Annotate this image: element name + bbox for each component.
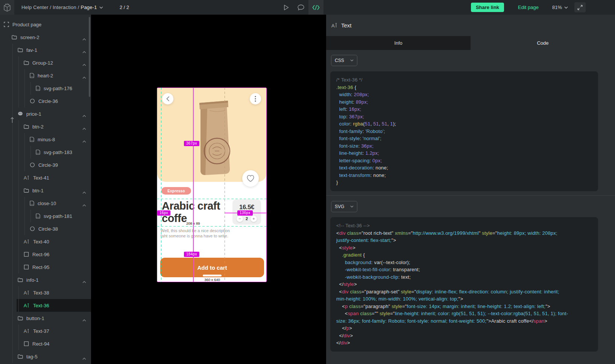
layer-item-tag-5[interactable]: tag-5 <box>0 350 91 363</box>
layer-label: Group-12 <box>32 60 53 66</box>
layer-item-circle-36[interactable]: Circle-36 <box>0 95 91 107</box>
measure-label-left: 16px <box>157 210 170 216</box>
chevron-down-icon <box>350 205 354 208</box>
guide-dashed-left <box>161 88 161 282</box>
layer-label: Text-36 <box>33 303 49 308</box>
category-tag[interactable]: Expresso <box>161 187 191 195</box>
layer-item-svg-path-176[interactable]: svg-path-176 <box>0 82 91 95</box>
share-link-button[interactable]: Share link <box>471 3 504 12</box>
layer-item-rect-94[interactable]: Rect-94 <box>0 337 91 350</box>
tree-indent-guide <box>24 197 25 210</box>
layer-item-button-1[interactable]: button-1 <box>0 312 91 325</box>
back-button[interactable] <box>162 93 173 104</box>
chevron-up-icon[interactable] <box>82 317 86 323</box>
layer-item-svg-path-183[interactable]: svg-path-183 <box>0 146 91 159</box>
layer-item-text-40[interactable]: AText-40 <box>0 235 91 248</box>
play-button[interactable] <box>281 0 291 15</box>
product-image-area <box>157 88 266 182</box>
comment-icon <box>298 5 304 11</box>
layer-item-text-41[interactable]: AText-41 <box>0 171 91 184</box>
layer-item-info-1[interactable]: info-1 <box>0 273 91 286</box>
layer-item-minus-8[interactable]: minus-8 <box>0 133 91 146</box>
chevron-up-icon[interactable] <box>82 62 86 67</box>
layer-item-price-1[interactable]: price-1 <box>0 107 91 120</box>
breadcrumb[interactable]: Help Center / Interaction / Page-1 <box>21 0 103 15</box>
chevron-up-icon[interactable] <box>82 189 86 195</box>
component-icon <box>18 111 23 116</box>
panel-header: A Text <box>326 15 615 36</box>
code-view-button[interactable] <box>308 0 323 15</box>
tree-indent-guide <box>18 120 19 133</box>
layer-item-screen-2[interactable]: screen-2 <box>0 31 91 44</box>
svg-select-value: SVG <box>335 204 344 209</box>
layer-item-close-10[interactable]: close-10 <box>0 197 91 210</box>
text-icon: A <box>24 175 30 180</box>
svg-text:A: A <box>24 175 27 180</box>
layer-label: Text-38 <box>33 290 49 296</box>
chevron-up-icon[interactable] <box>82 279 86 284</box>
tab-code[interactable]: Code <box>471 36 615 50</box>
layer-label: btn-2 <box>32 124 44 130</box>
code-line: -webkit-text-fill-color: transparent; <box>336 266 592 273</box>
chevron-up-icon[interactable] <box>82 36 86 42</box>
text-icon: A <box>24 328 30 334</box>
tree-indent-guide <box>12 82 13 95</box>
layer-item-rect-96[interactable]: Rect-96 <box>0 248 91 261</box>
chevron-up-icon[interactable] <box>82 49 86 54</box>
tree-indent-guide <box>18 286 19 299</box>
tree-indent-guide <box>24 69 25 82</box>
code-line: line-height: 1.2px; <box>336 150 592 157</box>
layer-item-text-36[interactable]: AText-36 <box>0 299 91 312</box>
comment-button[interactable] <box>296 0 306 15</box>
product-page-frame[interactable]: Expresso Arabic craft coffe 208 x 89 Wel… <box>157 88 267 282</box>
css-format-select[interactable]: CSS <box>331 55 357 66</box>
layer-item-text-37[interactable]: AText-37 <box>0 325 91 337</box>
quantity-minus-button[interactable]: − <box>237 216 243 222</box>
code-line: </style> <box>336 281 592 288</box>
tree-indent-guide <box>12 210 13 222</box>
layer-item-product page[interactable]: Product page <box>0 18 91 31</box>
chevron-up-icon[interactable] <box>82 125 86 131</box>
chevron-up-icon[interactable] <box>82 138 86 144</box>
chevron-up-icon[interactable] <box>82 113 86 118</box>
fullscreen-button[interactable] <box>574 2 586 12</box>
chevron-up-icon[interactable] <box>82 355 86 361</box>
layer-item-heart-2[interactable]: heart-2 <box>0 69 91 82</box>
layer-item-svg-path-181[interactable]: svg-path-181 <box>0 210 91 222</box>
svg-format-select[interactable]: SVG <box>331 201 357 212</box>
chevron-down-icon[interactable] <box>99 6 103 9</box>
folder-icon <box>24 60 29 65</box>
tree-indent-guide <box>24 146 25 159</box>
text-icon: A <box>24 290 30 295</box>
tree-indent-guide <box>24 159 25 171</box>
layer-item-fav-1[interactable]: fav-1 <box>0 44 91 56</box>
chevron-up-icon[interactable] <box>82 202 86 208</box>
layer-item-rect-95[interactable]: Rect-95 <box>0 261 91 273</box>
layer-label: minus-8 <box>38 137 55 142</box>
tree-indent-guide <box>24 95 25 107</box>
layer-item-circle-39[interactable]: Circle-39 <box>0 159 91 171</box>
tree-indent-guide <box>24 210 25 222</box>
tree-indent-guide <box>18 337 19 350</box>
layer-item-circle-38[interactable]: Circle-38 <box>0 222 91 235</box>
layer-item-text-38[interactable]: AText-38 <box>0 286 91 299</box>
edit-page-link[interactable]: Edit page <box>518 0 539 15</box>
sidebar-scrollbar[interactable] <box>89 17 90 97</box>
breadcrumb-page: Page-1 <box>81 5 97 10</box>
logo-box-icon <box>3 3 11 12</box>
code-line: top: 367px; <box>336 113 592 121</box>
code-line: </p> <box>336 325 592 332</box>
quantity-plus-button[interactable]: + <box>251 216 257 222</box>
favorite-button[interactable] <box>242 170 259 187</box>
rect-icon <box>24 341 29 346</box>
app-logo[interactable] <box>0 0 14 15</box>
layer-item-group-12[interactable]: Group-12 <box>0 56 91 69</box>
more-options-button[interactable] <box>250 93 261 104</box>
tree-indent-guide <box>12 312 13 325</box>
tree-indent-guide <box>30 82 31 95</box>
layer-item-btn-1[interactable]: btn-1 <box>0 184 91 197</box>
zoom-control[interactable]: 81% <box>552 0 568 15</box>
tree-indent-guide <box>18 133 19 146</box>
tab-info[interactable]: Info <box>326 36 471 50</box>
chevron-up-icon[interactable] <box>82 74 86 80</box>
